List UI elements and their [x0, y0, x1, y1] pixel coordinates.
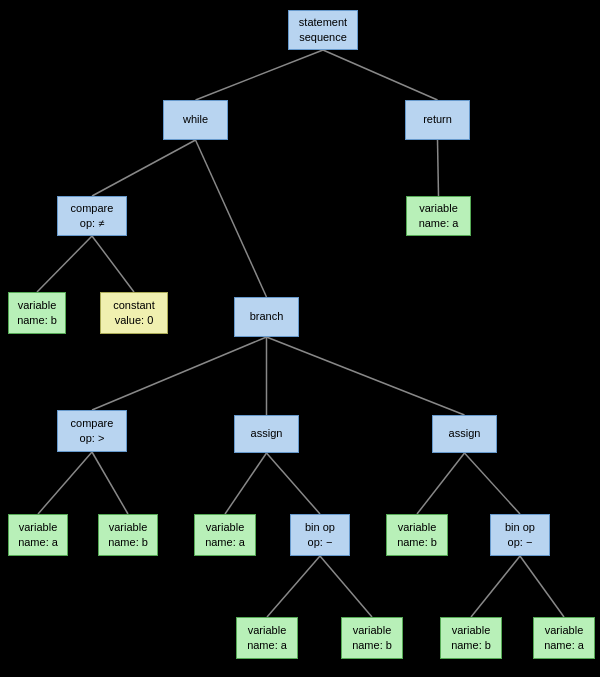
- svg-line-11: [92, 452, 128, 514]
- constant-0: constant value: 0: [100, 292, 168, 334]
- return: return: [405, 100, 470, 140]
- binop-minus1: bin op op: −: [290, 514, 350, 556]
- compare-neq: compare op: ≠: [57, 196, 127, 236]
- variable-a-assign1: variable name: a: [194, 514, 256, 556]
- variable-b: variable name: b: [8, 292, 66, 334]
- svg-line-19: [520, 556, 564, 617]
- svg-line-16: [267, 556, 320, 617]
- svg-line-18: [471, 556, 520, 617]
- branch: branch: [234, 297, 299, 337]
- variable-b-assign2: variable name: b: [386, 514, 448, 556]
- svg-line-9: [267, 337, 465, 415]
- svg-line-4: [438, 140, 439, 196]
- variable-a-bin1: variable name: a: [236, 617, 298, 659]
- svg-line-13: [267, 453, 321, 514]
- svg-line-0: [196, 50, 324, 100]
- while: while: [163, 100, 228, 140]
- connection-lines: [0, 0, 600, 677]
- binop-minus2: bin op op: −: [490, 514, 550, 556]
- variable-a-top: variable name: a: [406, 196, 471, 236]
- svg-line-5: [37, 236, 92, 292]
- assign-right: assign: [432, 415, 497, 453]
- compare-gt: compare op: >: [57, 410, 127, 452]
- svg-line-15: [465, 453, 521, 514]
- svg-line-2: [92, 140, 196, 196]
- svg-line-7: [92, 337, 267, 410]
- statement-sequence: statement sequence: [288, 10, 358, 50]
- svg-line-14: [417, 453, 465, 514]
- variable-b-bin1: variable name: b: [341, 617, 403, 659]
- svg-line-10: [38, 452, 92, 514]
- variable-a-cmp: variable name: a: [8, 514, 68, 556]
- variable-b-cmp: variable name: b: [98, 514, 158, 556]
- svg-line-12: [225, 453, 267, 514]
- variable-a-bin2: variable name: a: [533, 617, 595, 659]
- svg-line-1: [323, 50, 438, 100]
- svg-line-3: [196, 140, 267, 297]
- assign-left: assign: [234, 415, 299, 453]
- variable-b-bin2: variable name: b: [440, 617, 502, 659]
- svg-line-17: [320, 556, 372, 617]
- svg-line-6: [92, 236, 134, 292]
